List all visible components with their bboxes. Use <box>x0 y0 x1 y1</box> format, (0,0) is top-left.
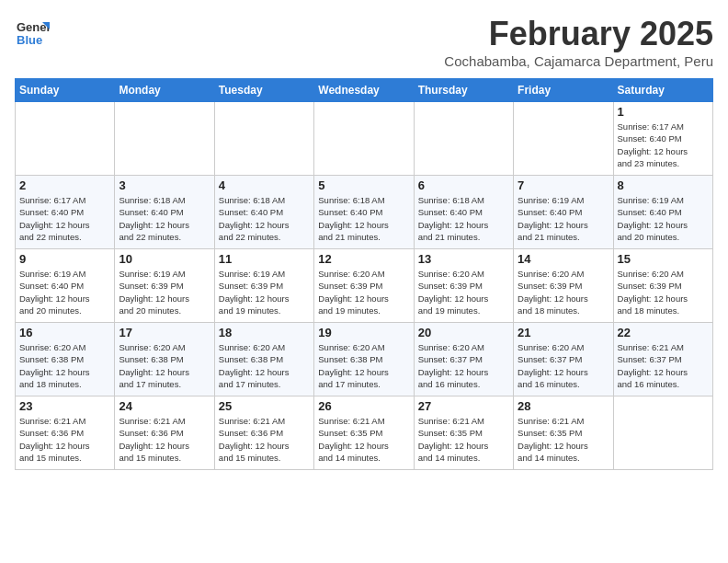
day-number: 28 <box>518 399 609 413</box>
day-info: Sunrise: 6:21 AM Sunset: 6:36 PM Dayligh… <box>219 415 310 464</box>
day-info: Sunrise: 6:20 AM Sunset: 6:37 PM Dayligh… <box>518 341 609 390</box>
calendar-week-row: 2Sunrise: 6:17 AM Sunset: 6:40 PM Daylig… <box>16 176 713 249</box>
calendar-cell: 14Sunrise: 6:20 AM Sunset: 6:39 PM Dayli… <box>514 249 613 323</box>
calendar-cell <box>16 102 115 176</box>
weekday-header: Tuesday <box>214 79 313 102</box>
calendar-cell: 15Sunrise: 6:20 AM Sunset: 6:39 PM Dayli… <box>613 249 712 323</box>
day-info: Sunrise: 6:21 AM Sunset: 6:36 PM Dayligh… <box>19 415 110 464</box>
day-number: 2 <box>19 178 110 192</box>
calendar-cell <box>613 396 712 470</box>
day-info: Sunrise: 6:19 AM Sunset: 6:39 PM Dayligh… <box>119 268 210 316</box>
day-number: 25 <box>219 399 310 413</box>
calendar-cell <box>514 102 613 176</box>
calendar-cell: 26Sunrise: 6:21 AM Sunset: 6:35 PM Dayli… <box>314 396 414 470</box>
day-info: Sunrise: 6:20 AM Sunset: 6:37 PM Dayligh… <box>418 341 509 390</box>
day-number: 7 <box>518 178 609 192</box>
calendar-cell: 13Sunrise: 6:20 AM Sunset: 6:39 PM Dayli… <box>414 249 513 323</box>
day-number: 9 <box>19 252 110 266</box>
calendar-cell: 7Sunrise: 6:19 AM Sunset: 6:40 PM Daylig… <box>514 176 613 249</box>
calendar-cell <box>414 102 513 176</box>
page-subtitle: Cochabamba, Cajamarca Department, Peru <box>444 53 713 69</box>
page-header: General Blue February 2025 Cochabamba, C… <box>15 15 713 69</box>
page-title: February 2025 <box>444 15 713 53</box>
day-info: Sunrise: 6:19 AM Sunset: 6:40 PM Dayligh… <box>618 194 709 243</box>
day-info: Sunrise: 6:18 AM Sunset: 6:40 PM Dayligh… <box>119 194 210 243</box>
day-info: Sunrise: 6:21 AM Sunset: 6:37 PM Dayligh… <box>618 341 709 390</box>
calendar-week-row: 16Sunrise: 6:20 AM Sunset: 6:38 PM Dayli… <box>16 323 713 396</box>
weekday-header-row: SundayMondayTuesdayWednesdayThursdayFrid… <box>16 79 713 102</box>
day-info: Sunrise: 6:20 AM Sunset: 6:39 PM Dayligh… <box>318 268 409 316</box>
calendar-cell: 9Sunrise: 6:19 AM Sunset: 6:40 PM Daylig… <box>16 249 115 323</box>
calendar-cell: 20Sunrise: 6:20 AM Sunset: 6:37 PM Dayli… <box>414 323 513 396</box>
weekday-header: Friday <box>514 79 613 102</box>
day-number: 14 <box>518 252 609 266</box>
calendar-cell: 24Sunrise: 6:21 AM Sunset: 6:36 PM Dayli… <box>115 396 214 470</box>
day-info: Sunrise: 6:20 AM Sunset: 6:39 PM Dayligh… <box>518 268 609 316</box>
day-number: 22 <box>618 326 709 339</box>
day-number: 17 <box>119 326 210 339</box>
calendar-table: SundayMondayTuesdayWednesdayThursdayFrid… <box>15 78 713 470</box>
calendar-cell: 4Sunrise: 6:18 AM Sunset: 6:40 PM Daylig… <box>214 176 313 249</box>
day-number: 26 <box>318 399 409 413</box>
calendar-cell: 8Sunrise: 6:19 AM Sunset: 6:40 PM Daylig… <box>613 176 712 249</box>
day-number: 18 <box>219 326 310 339</box>
day-number: 10 <box>119 252 210 266</box>
calendar-cell: 19Sunrise: 6:20 AM Sunset: 6:38 PM Dayli… <box>314 323 414 396</box>
logo: General Blue <box>15 15 50 50</box>
calendar-cell <box>314 102 414 176</box>
day-number: 16 <box>19 326 110 339</box>
calendar-cell: 22Sunrise: 6:21 AM Sunset: 6:37 PM Dayli… <box>613 323 712 396</box>
calendar-cell: 25Sunrise: 6:21 AM Sunset: 6:36 PM Dayli… <box>214 396 313 470</box>
day-number: 3 <box>119 178 210 192</box>
calendar-cell: 5Sunrise: 6:18 AM Sunset: 6:40 PM Daylig… <box>314 176 414 249</box>
calendar-week-row: 23Sunrise: 6:21 AM Sunset: 6:36 PM Dayli… <box>16 396 713 470</box>
day-number: 13 <box>418 252 509 266</box>
day-number: 23 <box>19 399 110 413</box>
day-info: Sunrise: 6:18 AM Sunset: 6:40 PM Dayligh… <box>219 194 310 243</box>
calendar-cell: 17Sunrise: 6:20 AM Sunset: 6:38 PM Dayli… <box>115 323 214 396</box>
day-info: Sunrise: 6:20 AM Sunset: 6:38 PM Dayligh… <box>119 341 210 390</box>
day-info: Sunrise: 6:17 AM Sunset: 6:40 PM Dayligh… <box>19 194 110 243</box>
calendar-cell: 21Sunrise: 6:20 AM Sunset: 6:37 PM Dayli… <box>514 323 613 396</box>
day-info: Sunrise: 6:19 AM Sunset: 6:40 PM Dayligh… <box>518 194 609 243</box>
day-info: Sunrise: 6:21 AM Sunset: 6:35 PM Dayligh… <box>418 415 509 464</box>
day-number: 8 <box>618 178 709 192</box>
day-number: 20 <box>418 326 509 339</box>
day-info: Sunrise: 6:21 AM Sunset: 6:36 PM Dayligh… <box>119 415 210 464</box>
day-info: Sunrise: 6:17 AM Sunset: 6:40 PM Dayligh… <box>618 121 709 169</box>
calendar-cell: 2Sunrise: 6:17 AM Sunset: 6:40 PM Daylig… <box>16 176 115 249</box>
day-number: 5 <box>318 178 409 192</box>
weekday-header: Monday <box>115 79 214 102</box>
calendar-week-row: 1Sunrise: 6:17 AM Sunset: 6:40 PM Daylig… <box>16 102 713 176</box>
day-number: 24 <box>119 399 210 413</box>
weekday-header: Wednesday <box>314 79 414 102</box>
day-number: 4 <box>219 178 310 192</box>
day-number: 1 <box>618 105 709 119</box>
calendar-cell: 3Sunrise: 6:18 AM Sunset: 6:40 PM Daylig… <box>115 176 214 249</box>
calendar-cell: 11Sunrise: 6:19 AM Sunset: 6:39 PM Dayli… <box>214 249 313 323</box>
weekday-header: Saturday <box>613 79 712 102</box>
calendar-cell: 27Sunrise: 6:21 AM Sunset: 6:35 PM Dayli… <box>414 396 513 470</box>
day-info: Sunrise: 6:19 AM Sunset: 6:39 PM Dayligh… <box>219 268 310 316</box>
calendar-cell <box>214 102 313 176</box>
day-info: Sunrise: 6:20 AM Sunset: 6:39 PM Dayligh… <box>418 268 509 316</box>
title-area: February 2025 Cochabamba, Cajamarca Depa… <box>444 15 713 69</box>
calendar-cell: 1Sunrise: 6:17 AM Sunset: 6:40 PM Daylig… <box>613 102 712 176</box>
calendar-cell: 12Sunrise: 6:20 AM Sunset: 6:39 PM Dayli… <box>314 249 414 323</box>
weekday-header: Thursday <box>414 79 513 102</box>
day-info: Sunrise: 6:19 AM Sunset: 6:40 PM Dayligh… <box>19 268 110 316</box>
calendar-cell: 16Sunrise: 6:20 AM Sunset: 6:38 PM Dayli… <box>16 323 115 396</box>
day-number: 27 <box>418 399 509 413</box>
day-number: 19 <box>318 326 409 339</box>
day-info: Sunrise: 6:18 AM Sunset: 6:40 PM Dayligh… <box>418 194 509 243</box>
calendar-cell <box>115 102 214 176</box>
calendar-cell: 10Sunrise: 6:19 AM Sunset: 6:39 PM Dayli… <box>115 249 214 323</box>
day-info: Sunrise: 6:20 AM Sunset: 6:38 PM Dayligh… <box>19 341 110 390</box>
calendar-cell: 28Sunrise: 6:21 AM Sunset: 6:35 PM Dayli… <box>514 396 613 470</box>
svg-text:Blue: Blue <box>17 33 42 47</box>
calendar-cell: 23Sunrise: 6:21 AM Sunset: 6:36 PM Dayli… <box>16 396 115 470</box>
day-info: Sunrise: 6:20 AM Sunset: 6:39 PM Dayligh… <box>618 268 709 316</box>
calendar-cell: 6Sunrise: 6:18 AM Sunset: 6:40 PM Daylig… <box>414 176 513 249</box>
day-number: 11 <box>219 252 310 266</box>
logo-icon: General Blue <box>15 15 50 50</box>
